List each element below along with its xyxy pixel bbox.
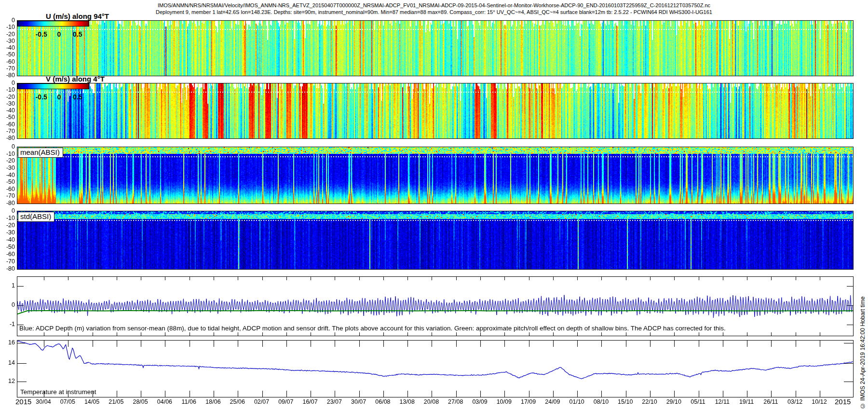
x-tick-date-label: 15/10 [614, 398, 637, 405]
colorbar-tick-label: 0.5 [73, 30, 82, 38]
x-tick-date-label: 07/05 [56, 398, 79, 405]
std-absi-heatmap-canvas [17, 211, 853, 269]
x-tick-date-label: 30/04 [32, 398, 54, 405]
y-tick-label: -30 [0, 229, 15, 236]
y-tick-label: -40 [0, 44, 15, 51]
x-tick-date-label: 30/07 [348, 398, 370, 405]
y-tick-label: 12 [0, 378, 15, 384]
y-tick-label: -80 [0, 200, 15, 206]
y-tick-label: -60 [0, 121, 15, 128]
imos-watermark: © IMOS 24-Apr-2019 16:42:00 Hobart time [859, 226, 866, 409]
y-tick-label: -70 [0, 128, 15, 135]
y-tick-label: -60 [0, 58, 15, 65]
y-tick-label: -40 [0, 107, 15, 114]
v-heatmap-canvas [17, 83, 853, 138]
panel-mean-absi [17, 147, 854, 204]
y-tick-label: -30 [0, 164, 15, 171]
y-tick-label: -50 [0, 114, 15, 121]
colorbar-tick-label: -0.5 [36, 30, 47, 38]
x-tick-date-label: 10/09 [493, 398, 515, 405]
mean-absi-heatmap-canvas [17, 147, 853, 204]
panel-std-absi [17, 211, 854, 270]
figure: IMOS/ANMN/NRS/NRSMAI/Velocity/IMOS_ANMN-… [0, 0, 868, 410]
x-tick-date-label: 02/07 [251, 398, 273, 405]
x-tick-date-label: 18/06 [202, 398, 224, 405]
y-tick-label: -70 [0, 192, 15, 199]
x-tick-date-label: 23/07 [323, 398, 345, 405]
y-tick-label: -20 [0, 31, 15, 38]
colorbar-tick-label: 0.5 [73, 93, 82, 101]
y-tick-label: -20 [0, 94, 15, 100]
v-colorbar-labels: -0.5 0 0.5 [24, 93, 95, 101]
y-tick-label: -60 [0, 251, 15, 258]
y-tick-label: -80 [0, 72, 15, 79]
panel-v-velocity: -0.5 0 0.5 [17, 83, 854, 139]
x-tick-date-label: 06/08 [372, 398, 394, 405]
y-tick-label: -10 [0, 150, 15, 157]
panel-title-u: U (m/s) along 94°T [46, 12, 109, 20]
depth-variation-caption: Blue: ADCP Depth (m) variation from sens… [19, 325, 726, 332]
x-tick-date-label: 16/07 [299, 398, 321, 405]
x-tick-date-label: 17/09 [517, 398, 540, 405]
u-colorbar [17, 21, 89, 27]
x-tick-date-label: 28/05 [129, 398, 151, 405]
x-tick-date-label: 03/09 [469, 398, 491, 405]
temperature-label: Temperature at instrument [20, 388, 96, 396]
colorbar-tick-label: 0 [57, 93, 61, 101]
std-absi-label: std(ABSI) [18, 212, 54, 222]
y-tick-label: 0 [0, 80, 15, 86]
x-tick-date-label: 01/10 [566, 398, 588, 405]
y-tick-label: -20 [0, 222, 15, 229]
y-tick-label: -40 [0, 172, 15, 178]
x-tick-date-label: 08/10 [590, 398, 612, 405]
x-tick-date-label: 25/06 [226, 398, 248, 405]
x-tick-date-label: 04/06 [153, 398, 176, 405]
y-tick-label: -80 [0, 265, 15, 272]
x-tick-date-label: 22/10 [638, 398, 661, 405]
y-tick-label: 0 [0, 143, 15, 150]
x-tick-date-label: 19/11 [735, 398, 758, 405]
y-tick-label: 0 [0, 207, 15, 214]
y-tick-label: -30 [0, 38, 15, 44]
x-tick-date-label: 26/11 [760, 398, 782, 405]
y-tick-label: -10 [0, 24, 15, 30]
colorbar-tick-label: 0 [57, 30, 61, 38]
x-tick-date-label: 03/12 [784, 398, 806, 405]
x-tick-date-label: 11/06 [178, 398, 200, 405]
x-tick-date-label: 27/08 [445, 398, 467, 405]
colorbar-tick-label: -0.5 [36, 93, 47, 101]
u-heatmap-canvas [17, 21, 853, 76]
y-tick-label: -50 [0, 178, 15, 185]
y-tick-label: 0 [0, 301, 15, 308]
y-tick-label: -50 [0, 51, 15, 58]
x-axis-year-left: 2015 [15, 397, 31, 406]
panel-u-velocity: -0.5 0 0.5 [17, 20, 854, 76]
x-tick-date-label: 12/11 [711, 398, 733, 405]
y-tick-label: 1 [0, 282, 15, 289]
x-axis-year-right: 2015 [835, 397, 851, 406]
y-tick-label: -50 [0, 244, 15, 250]
y-tick-label: -20 [0, 157, 15, 164]
x-tick-date-label: 24/09 [542, 398, 564, 405]
x-tick-date-label: 21/05 [105, 398, 127, 405]
y-tick-label: 0 [0, 17, 15, 24]
y-tick-label: -70 [0, 258, 15, 265]
y-tick-label: -70 [0, 65, 15, 72]
y-tick-label: -40 [0, 236, 15, 243]
panel-temperature [17, 340, 854, 397]
y-tick-label: -10 [0, 215, 15, 221]
x-tick-date-label: 14/05 [81, 398, 103, 405]
y-tick-label: -60 [0, 186, 15, 192]
mean-absi-label: mean(ABSI) [18, 148, 63, 158]
v-colorbar [17, 83, 89, 89]
y-tick-label: -80 [0, 135, 15, 141]
figure-title-line1: IMOS/ANMN/NRS/NRSMAI/Velocity/IMOS_ANMN-… [0, 2, 868, 8]
x-tick-date-label: 10/12 [808, 398, 830, 405]
y-tick-label: -30 [0, 100, 15, 107]
x-tick-date-label: 13/08 [396, 398, 418, 405]
y-tick-label: 16 [0, 339, 15, 346]
y-tick-label: -1 [0, 321, 15, 328]
y-tick-label: -10 [0, 86, 15, 93]
x-tick-date-label: 05/11 [687, 398, 709, 405]
x-tick-date-label: 29/10 [663, 398, 685, 405]
